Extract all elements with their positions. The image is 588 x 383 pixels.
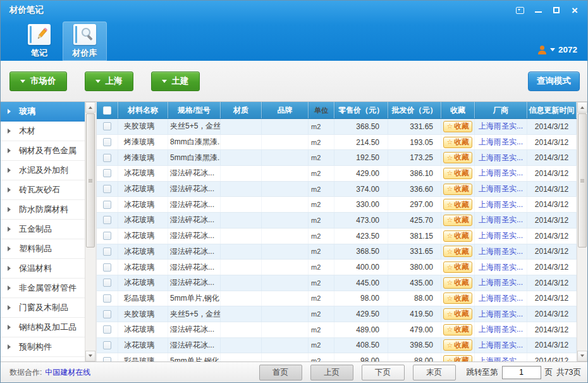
table-row[interactable]: 烤漆玻璃 8mm白漆黑漆... m2 214.50 193.05 ☆ 收藏 — [97, 135, 577, 151]
vendor-link[interactable]: 上海雨圣实... — [479, 246, 523, 257]
favorite-button[interactable]: ☆ 收藏 — [443, 152, 473, 163]
favorite-button[interactable]: ☆ 收藏 — [443, 199, 473, 210]
sidebar-item[interactable]: 钢材及有色金属 — [1, 141, 85, 161]
favorite-button[interactable]: ☆ 收藏 — [443, 261, 473, 273]
filter-dropdown-button[interactable]: 上海 — [85, 72, 133, 91]
scroll-down-button[interactable] — [85, 351, 95, 361]
vendor-link[interactable]: 上海雨圣实... — [479, 137, 523, 148]
favorite-button[interactable]: ☆ 收藏 — [443, 121, 473, 132]
vendor-link[interactable]: 上海雨圣实... — [479, 356, 523, 361]
vendor-link[interactable]: 上海雨圣实... — [479, 199, 523, 210]
filter-dropdown-button[interactable]: 土建 — [151, 72, 200, 91]
row-checkbox[interactable] — [103, 169, 111, 177]
first-page-button[interactable]: 首页 — [259, 365, 302, 380]
vendor-link[interactable]: 上海雨圣实... — [479, 293, 523, 304]
table-row[interactable]: 冰花玻璃 湿法碎花冰... m2 400.00 380.00 ☆ 收藏 — [97, 260, 577, 275]
favorite-button[interactable]: ☆ 收藏 — [443, 215, 473, 226]
next-page-button[interactable]: 下页 — [362, 365, 405, 380]
vendor-link[interactable]: 上海雨圣实... — [479, 184, 523, 194]
vendor-link[interactable]: 上海雨圣实... — [479, 168, 523, 179]
favorite-button[interactable]: ☆ 收藏 — [443, 308, 473, 320]
favorite-button[interactable]: ☆ 收藏 — [443, 246, 473, 257]
table-row[interactable]: 冰花玻璃 湿法碎花冰... m2 374.00 336.60 ☆ 收藏 — [97, 182, 577, 198]
favorite-button[interactable]: ☆ 收藏 — [443, 137, 473, 148]
table-row[interactable]: 冰花玻璃 湿法碎花冰... m2 368.50 331.65 ☆ 收藏 — [97, 244, 577, 260]
favorite-button[interactable]: ☆ 收藏 — [443, 324, 473, 336]
scrollbar-thumb[interactable] — [578, 113, 587, 248]
sidebar-item[interactable]: 玻璃 — [1, 102, 85, 122]
select-all-checkbox[interactable] — [97, 102, 118, 118]
sidebar-item[interactable]: 保温材料 — [1, 259, 85, 279]
last-page-button[interactable]: 末页 — [413, 365, 456, 380]
row-checkbox[interactable] — [103, 154, 111, 162]
vendor-link[interactable]: 上海雨圣实... — [479, 153, 523, 163]
vendor-link[interactable]: 上海雨圣实... — [479, 215, 523, 225]
close-button[interactable]: × — [568, 4, 581, 16]
query-mode-button[interactable]: 查询模式 — [528, 72, 580, 91]
scroll-up-button[interactable] — [577, 102, 587, 113]
row-checkbox[interactable] — [103, 185, 111, 193]
sidebar-scrollbar[interactable] — [85, 102, 95, 361]
table-row[interactable]: 冰花玻璃 湿法碎花冰... m2 429.00 386.10 ☆ 收藏 — [97, 166, 577, 182]
row-checkbox[interactable] — [103, 294, 111, 303]
vendor-link[interactable]: 上海雨圣实... — [479, 324, 523, 335]
partner-link[interactable]: 中国建材在线 — [45, 367, 90, 378]
tab-notes[interactable]: 笔记 — [17, 22, 61, 61]
sidebar-item[interactable]: 钢结构及加工品 — [1, 318, 85, 337]
row-checkbox[interactable] — [103, 263, 111, 272]
table-scrollbar[interactable] — [577, 102, 587, 361]
user-menu[interactable]: 2072 — [538, 45, 577, 54]
row-checkbox[interactable] — [103, 325, 111, 334]
table-row[interactable]: 烤漆玻璃 5mm白漆黑漆... m2 192.50 173.25 ☆ 收藏 — [97, 150, 577, 166]
maximize-button[interactable] — [550, 4, 563, 16]
sidebar-item[interactable]: 五金制品 — [1, 220, 85, 239]
table-row[interactable]: 冰花玻璃 湿法碎花冰... m2 408.50 398.50 ☆ 收藏 — [97, 338, 577, 354]
vendor-link[interactable]: 上海雨圣实... — [479, 277, 523, 288]
row-checkbox[interactable] — [103, 310, 111, 318]
table-row[interactable]: 彩晶玻璃 5mm单片,钢化 m2 98.00 88.00 ☆ 收藏 — [97, 291, 577, 307]
favorite-button[interactable]: ☆ 收藏 — [443, 339, 473, 351]
table-row[interactable]: 彩晶玻璃 5mm单片,钢化 m2 98.00 88.00 ☆ 收藏 — [97, 353, 577, 361]
table-row[interactable]: 冰花玻璃 湿法碎花冰... m2 445.00 435.00 ☆ 收藏 — [97, 275, 577, 291]
row-checkbox[interactable] — [103, 279, 111, 287]
skin-button[interactable] — [513, 4, 526, 16]
row-checkbox[interactable] — [103, 248, 111, 256]
filter-dropdown-button[interactable]: 市场价 — [9, 72, 67, 91]
row-checkbox[interactable] — [103, 216, 111, 224]
favorite-button[interactable]: ☆ 收藏 — [443, 168, 473, 179]
row-checkbox[interactable] — [103, 357, 111, 361]
vendor-link[interactable]: 上海雨圣实... — [479, 121, 523, 132]
vendor-link[interactable]: 上海雨圣实... — [479, 340, 523, 351]
table-row[interactable]: 冰花玻璃 湿法碎花冰... m2 489.00 479.00 ☆ 收藏 — [97, 322, 577, 338]
table-row[interactable]: 冰花玻璃 湿法碎花冰... m2 330.00 297.00 ☆ 收藏 — [97, 197, 577, 213]
tab-price-library[interactable]: 材价库 — [63, 22, 107, 61]
favorite-button[interactable]: ☆ 收藏 — [443, 292, 473, 304]
page-jump-input[interactable] — [502, 366, 541, 379]
favorite-button[interactable]: ☆ 收藏 — [443, 230, 473, 242]
sidebar-item[interactable]: 木材 — [1, 122, 85, 141]
vendor-link[interactable]: 上海雨圣实... — [479, 230, 523, 241]
scroll-up-button[interactable] — [85, 102, 95, 113]
scrollbar-thumb[interactable] — [86, 113, 95, 248]
favorite-button[interactable]: ☆ 收藏 — [443, 355, 473, 361]
table-row[interactable]: 夹胶玻璃 夹丝5+5，金丝 m2 368.50 331.65 ☆ 收藏 — [97, 119, 577, 135]
scroll-down-button[interactable] — [577, 351, 587, 361]
sidebar-item[interactable]: 砖瓦灰砂石 — [1, 180, 85, 200]
sidebar-item[interactable]: 预制构件 — [1, 337, 85, 357]
sidebar-item[interactable]: 防水防腐材料 — [1, 200, 85, 220]
minimize-button[interactable] — [532, 4, 544, 16]
favorite-button[interactable]: ☆ 收藏 — [443, 184, 473, 195]
vendor-link[interactable]: 上海雨圣实... — [479, 262, 523, 273]
vendor-link[interactable]: 上海雨圣实... — [479, 309, 523, 320]
row-checkbox[interactable] — [103, 232, 111, 240]
sidebar-item[interactable]: 塑料制品 — [1, 239, 85, 259]
row-checkbox[interactable] — [103, 201, 111, 209]
prev-page-button[interactable]: 上页 — [310, 365, 353, 380]
sidebar-item[interactable]: 水泥及外加剂 — [1, 161, 85, 180]
row-checkbox[interactable] — [103, 138, 111, 146]
table-row[interactable]: 夹胶玻璃 夹丝5+5，金丝 m2 429.50 419.50 ☆ 收藏 — [97, 306, 577, 322]
favorite-button[interactable]: ☆ 收藏 — [443, 277, 473, 289]
row-checkbox[interactable] — [103, 341, 111, 349]
table-row[interactable]: 冰花玻璃 湿法碎花冰... m2 423.50 381.15 ☆ 收藏 — [97, 229, 577, 244]
sidebar-item[interactable]: 门窗及木制品 — [1, 298, 85, 318]
